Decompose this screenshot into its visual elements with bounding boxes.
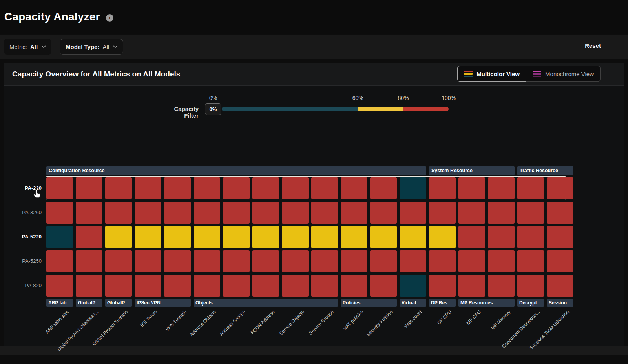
row-label-pa-220[interactable]: PA-220 (4, 177, 42, 199)
heatmap-cell[interactable] (370, 202, 397, 224)
capacity-filter-track[interactable] (222, 107, 449, 111)
heatmap-cell[interactable] (282, 226, 309, 248)
heatmap-cell[interactable] (547, 177, 573, 199)
heatmap-cell[interactable] (547, 250, 573, 272)
heatmap-cell[interactable] (76, 202, 102, 224)
heatmap-cell[interactable] (429, 226, 456, 248)
heatmap-cell[interactable] (488, 177, 515, 199)
heatmap-cell[interactable] (105, 226, 132, 248)
heatmap-cell[interactable] (282, 250, 309, 272)
heatmap-cell[interactable] (105, 250, 132, 272)
heatmap-cell[interactable] (429, 250, 456, 272)
heatmap-cell[interactable] (135, 226, 161, 248)
heatmap-cell[interactable] (370, 177, 397, 199)
heatmap-cell[interactable] (164, 250, 191, 272)
heatmap-cell[interactable] (164, 226, 191, 248)
heatmap-cell[interactable] (135, 177, 161, 199)
heatmap-cell[interactable] (311, 275, 338, 297)
heatmap-cell[interactable] (194, 275, 220, 297)
row-label-pa-5250[interactable]: PA-5250 (4, 250, 42, 272)
heatmap-cell[interactable] (400, 202, 426, 224)
heatmap-cell[interactable] (341, 202, 367, 224)
heatmap-cell[interactable] (488, 275, 515, 297)
heatmap-cell[interactable] (517, 177, 544, 199)
heatmap-cell[interactable] (370, 275, 397, 297)
heatmap-cell[interactable] (223, 250, 250, 272)
heatmap-cell[interactable] (252, 202, 279, 224)
heatmap-cell[interactable] (105, 275, 132, 297)
heatmap-cell[interactable] (370, 250, 397, 272)
heatmap-cell[interactable] (547, 226, 573, 248)
heatmap-cell[interactable] (46, 250, 73, 272)
heatmap-cell[interactable] (429, 275, 456, 297)
heatmap-cell[interactable] (400, 226, 426, 248)
heatmap-cell[interactable] (311, 177, 338, 199)
heatmap-cell[interactable] (547, 202, 573, 224)
heatmap-cell[interactable] (252, 275, 279, 297)
heatmap-cell[interactable] (517, 226, 544, 248)
heatmap-cell[interactable] (341, 226, 367, 248)
heatmap-cell[interactable] (517, 202, 544, 224)
heatmap-cell[interactable] (105, 202, 132, 224)
heatmap-cell[interactable] (76, 250, 102, 272)
heatmap-cell[interactable] (76, 275, 102, 297)
metric-dropdown[interactable]: Metric: All (4, 39, 51, 55)
heatmap-cell[interactable] (282, 202, 309, 224)
heatmap-cell[interactable] (282, 275, 309, 297)
heatmap-cell[interactable] (400, 250, 426, 272)
heatmap-cell[interactable] (252, 177, 279, 199)
heatmap-cell[interactable] (194, 177, 220, 199)
heatmap-cell[interactable] (135, 250, 161, 272)
heatmap-cell[interactable] (46, 275, 73, 297)
info-icon[interactable]: i (106, 14, 113, 22)
row-label-pa-5220[interactable]: PA-5220 (4, 226, 42, 248)
heatmap-cell[interactable] (458, 275, 485, 297)
heatmap-cell[interactable] (76, 226, 102, 248)
heatmap-cell[interactable] (547, 275, 573, 297)
heatmap-cell[interactable] (311, 250, 338, 272)
heatmap-cell[interactable] (164, 275, 191, 297)
heatmap-cell[interactable] (341, 250, 367, 272)
heatmap-cell[interactable] (341, 275, 367, 297)
heatmap-cell[interactable] (429, 202, 456, 224)
row-label-pa-3260[interactable]: PA-3260 (4, 202, 42, 224)
reset-button[interactable]: Reset (585, 42, 601, 49)
heatmap-cell[interactable] (135, 202, 161, 224)
heatmap-cell[interactable] (223, 177, 250, 199)
heatmap-cell[interactable] (311, 226, 338, 248)
heatmap-cell[interactable] (458, 202, 485, 224)
heatmap-cell[interactable] (370, 226, 397, 248)
heatmap-cell[interactable] (164, 177, 191, 199)
heatmap-cell[interactable] (458, 250, 485, 272)
heatmap-cell[interactable] (46, 177, 73, 199)
heatmap-cell[interactable] (488, 250, 515, 272)
heatmap-cell[interactable] (488, 202, 515, 224)
heatmap-cell[interactable] (194, 202, 220, 224)
heatmap-cell[interactable] (223, 275, 250, 297)
heatmap-cell[interactable] (105, 177, 132, 199)
row-label-pa-820[interactable]: PA-820 (4, 275, 42, 297)
heatmap-cell[interactable] (223, 226, 250, 248)
heatmap-cell[interactable] (252, 250, 279, 272)
heatmap-cell[interactable] (458, 177, 485, 199)
heatmap-cell[interactable] (517, 250, 544, 272)
heatmap-cell[interactable] (46, 202, 73, 224)
heatmap-cell[interactable] (223, 202, 250, 224)
multicolor-view-button[interactable]: Multicolor View (457, 66, 526, 82)
heatmap-cell[interactable] (46, 226, 73, 248)
model-type-dropdown[interactable]: Model Type: All (60, 39, 123, 55)
heatmap-cell[interactable] (311, 202, 338, 224)
heatmap-cell[interactable] (194, 226, 220, 248)
heatmap-cell[interactable] (488, 226, 515, 248)
heatmap-cell[interactable] (341, 177, 367, 199)
heatmap-cell[interactable] (429, 177, 456, 199)
heatmap-cell[interactable] (252, 226, 279, 248)
monochrome-view-button[interactable]: Monochrome View (526, 66, 601, 82)
heatmap-cell[interactable] (135, 275, 161, 297)
heatmap-cell[interactable] (164, 202, 191, 224)
heatmap-cell[interactable] (400, 177, 426, 199)
heatmap-cell[interactable] (194, 250, 220, 272)
heatmap-cell[interactable] (458, 226, 485, 248)
heatmap-cell[interactable] (400, 275, 426, 297)
heatmap-cell[interactable] (76, 177, 102, 199)
